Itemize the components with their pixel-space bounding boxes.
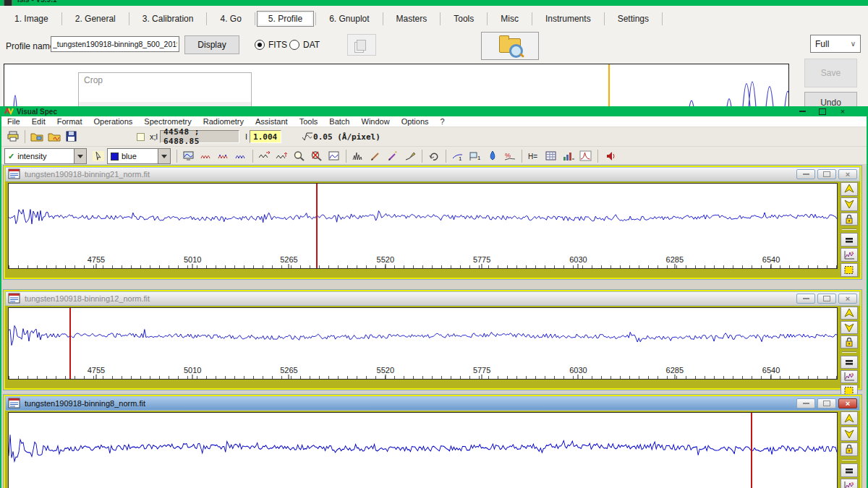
spectrum-window-binning12[interactable]: tungsten190918-binning12_norm.fit × 4755… (3, 289, 862, 390)
cursor-line[interactable] (751, 413, 752, 488)
tab-2-general[interactable]: 2. General (64, 11, 127, 27)
close-button[interactable]: × (838, 294, 857, 304)
replay-icon[interactable] (425, 148, 443, 164)
normalize-icon[interactable]: 1 (449, 148, 467, 164)
spectrum-plot[interactable]: 47555010526555205775603062856540 (8, 183, 838, 269)
menu-format[interactable]: Format (51, 117, 88, 126)
menu-tools[interactable]: Tools (294, 117, 324, 126)
reference-1-icon[interactable]: 1 (467, 148, 484, 164)
dat-radio-circle[interactable] (289, 40, 299, 50)
pan-down-icon[interactable] (841, 321, 858, 334)
open-image-icon[interactable] (28, 129, 46, 145)
spectrum-plot[interactable]: 47555010526555205775603062856540 (8, 412, 838, 488)
pan-down-icon[interactable] (841, 427, 858, 440)
minimize-button[interactable] (796, 294, 815, 304)
menu-operations[interactable]: Operations (88, 117, 139, 126)
tab-6-gnuplot[interactable]: 6. Gnuplot (318, 11, 380, 27)
gaussian-fit-icon[interactable] (577, 148, 595, 164)
plot-style-icon[interactable]: s (841, 248, 858, 262)
pan-up-icon[interactable] (841, 307, 858, 320)
brush-icon[interactable] (401, 148, 419, 164)
display-icon[interactable] (180, 148, 197, 164)
profile-name-input[interactable] (51, 36, 179, 52)
export-plot-icon[interactable] (560, 148, 577, 164)
dat-radio[interactable]: DAT (289, 40, 320, 50)
close-button[interactable]: × (838, 169, 857, 179)
shift-x-icon[interactable] (256, 148, 273, 164)
coord-checkbox[interactable] (137, 133, 145, 141)
curve-style-c-icon[interactable] (232, 148, 250, 164)
browse-profile-button[interactable] (481, 32, 539, 60)
lock-icon[interactable] (841, 335, 858, 348)
lock-icon[interactable] (841, 442, 858, 456)
cursor-line[interactable] (69, 308, 71, 379)
menu-file[interactable]: File (1, 117, 26, 126)
unzoom-icon[interactable] (308, 148, 326, 164)
measure-table-icon[interactable] (542, 148, 560, 164)
close-button[interactable]: × (838, 398, 857, 408)
view-range-select[interactable]: Full ∨ (810, 35, 861, 53)
tab-tools[interactable]: Tools (442, 11, 485, 27)
plot-style-icon[interactable]: s (841, 479, 858, 488)
window-titlebar[interactable]: tungsten190918-binning12_norm.fit × (5, 291, 860, 306)
tab-settings[interactable]: Settings (606, 11, 660, 27)
save-button[interactable]: Save (804, 59, 857, 87)
menu-spectrometry[interactable]: Spectrometry (138, 117, 197, 126)
tab-3-calibration[interactable]: 3. Calibration (131, 11, 205, 27)
edit-pointer-icon[interactable] (90, 148, 107, 164)
restore-button[interactable] (817, 169, 836, 179)
equalize-icon[interactable] (841, 356, 858, 369)
pen-icon[interactable] (367, 148, 384, 164)
crop-view-icon[interactable] (326, 148, 343, 164)
spectrum-plot[interactable]: 47555010526555205775603062856540 (8, 307, 838, 380)
menu-radiometry[interactable]: Radiometry (197, 117, 250, 126)
tab-instruments[interactable]: Instruments (534, 11, 603, 27)
smooth-drop-icon[interactable] (484, 148, 501, 164)
spectrum-window-binning21[interactable]: tungsten190918-binning21_norm.fit × 4755… (3, 165, 862, 280)
speaker-icon[interactable] (601, 148, 618, 164)
equalize-icon[interactable] (841, 233, 858, 247)
zoom-icon[interactable] (291, 148, 308, 164)
tab-1-image[interactable]: 1. Image (3, 11, 60, 27)
minimize-button[interactable] (796, 398, 815, 408)
minimize-button[interactable] (796, 169, 815, 179)
peak-detect-icon[interactable] (349, 148, 367, 164)
tab-misc[interactable]: Misc (489, 11, 530, 27)
copy-profile-button[interactable] (347, 34, 376, 56)
restore-button[interactable] (817, 398, 836, 408)
fits-radio[interactable]: FITS (255, 40, 287, 50)
curve-style-a-icon[interactable] (197, 148, 215, 164)
menu-batch[interactable]: Batch (323, 117, 355, 126)
plot-style-icon[interactable]: s (841, 370, 858, 383)
vspec-titlebar[interactable]: Visual Spec × (1, 106, 867, 116)
pan-up-icon[interactable] (841, 411, 858, 425)
window-titlebar[interactable]: tungsten190918-binning8_norm.fit × (5, 396, 860, 411)
open-profile-icon[interactable] (46, 129, 63, 145)
menu-window[interactable]: Window (356, 117, 396, 126)
tab-masters[interactable]: Masters (385, 11, 439, 27)
restore-button[interactable] (817, 294, 836, 304)
menu-help[interactable]: ? (435, 117, 451, 126)
window-titlebar[interactable]: tungsten190918-binning21_norm.fit × (5, 167, 860, 181)
display-button[interactable]: Display (184, 35, 239, 54)
annotate-icon[interactable]: * (384, 148, 401, 164)
menu-options[interactable]: Options (396, 117, 435, 126)
pan-down-icon[interactable] (841, 197, 858, 211)
close-button[interactable]: × (838, 107, 848, 116)
menu-assistant[interactable]: Assistant (250, 117, 294, 126)
divide-percent-icon[interactable]: % (501, 148, 519, 164)
lock-icon[interactable] (841, 213, 858, 226)
h-alpha-icon[interactable]: H= (525, 148, 542, 164)
fit-region-icon[interactable] (841, 263, 858, 277)
dropdown-arrow-icon[interactable] (158, 149, 170, 163)
color-select[interactable]: blue (107, 148, 171, 164)
curve-style-b-icon[interactable] (215, 148, 232, 164)
menu-edit[interactable]: Edit (26, 117, 51, 126)
tab-4-go[interactable]: 4. Go (208, 11, 252, 27)
fits-radio-circle[interactable] (255, 40, 265, 50)
spectrum-window-binning8[interactable]: tungsten190918-binning8_norm.fit × 47555… (3, 394, 862, 488)
tab-5-profile[interactable]: 5. Profile (257, 11, 314, 27)
print-icon[interactable] (4, 129, 22, 145)
pan-up-icon[interactable] (841, 182, 858, 196)
save-icon[interactable] (63, 129, 80, 145)
